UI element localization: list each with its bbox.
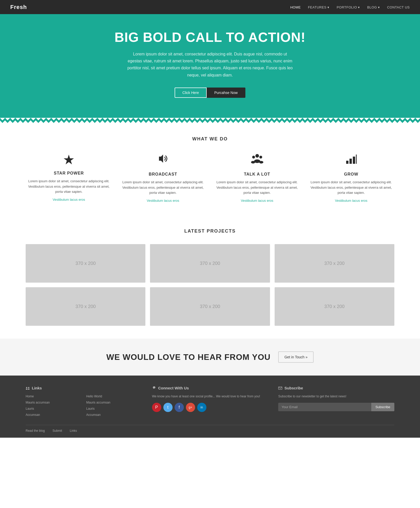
footer-links-cols: Home Hello World Mauris accumsan Mauris … [26, 394, 142, 417]
footer-connect-title: Connect With Us [152, 386, 268, 390]
feature-link-1[interactable]: Vestibulum lacus eros [53, 198, 85, 202]
footer-link-accumsan-1[interactable]: Accumsan [26, 413, 81, 417]
cta-banner: WE WOULD LOVE TO HEAR FROM YOU Get in To… [0, 339, 420, 376]
people-icon [214, 152, 300, 168]
svg-point-4 [251, 161, 255, 164]
cta-heading: WE WOULD LOVE TO HEAR FROM YOU [106, 352, 271, 362]
feature-title-4: GROW [308, 172, 394, 177]
projects-grid: 370 x 200 370 x 200 370 x 200 370 x 200 … [26, 244, 394, 326]
feature-link-3[interactable]: Vestibulum lacus eros [241, 199, 273, 203]
footer-link-mauris-2[interactable]: Mauris accumsan [86, 400, 142, 405]
footer-link-lauris-1[interactable]: Lauris [26, 406, 81, 411]
click-here-button[interactable]: Click Here [175, 88, 207, 98]
project-item-6[interactable]: 370 x 200 [275, 287, 394, 326]
nav-item-blog[interactable]: BLOG [367, 5, 380, 9]
linkedin-icon[interactable]: in [197, 403, 206, 412]
subscribe-form: Subscribe [278, 403, 394, 411]
feature-talk: TALK A LOT Lorem ipsum dolor sit amet, c… [214, 152, 300, 203]
nav-link-contact[interactable]: CONTACT US [387, 5, 410, 9]
feature-link-4[interactable]: Vestibulum lacus eros [335, 199, 367, 203]
hero-body: Lorem ipsum dolor sit amet, consectetur … [127, 51, 293, 79]
footer-link-mauris-1[interactable]: Mauris accumsan [26, 400, 81, 405]
projects-section: LATEST PROJECTS 370 x 200 370 x 200 370 … [0, 216, 420, 339]
svg-point-1 [252, 156, 255, 158]
navbar: Fresh HOME FEATURES PORTFOLIO BLOG CONTA… [0, 0, 420, 14]
subscribe-button[interactable]: Subscribe [371, 403, 394, 411]
nav-item-portfolio[interactable]: PORTFOLIO [337, 5, 360, 9]
footer-grid: Links Home Hello World Mauris accumsan M… [26, 386, 394, 417]
broadcast-icon [120, 152, 206, 168]
svg-rect-7 [349, 159, 352, 164]
footer-subscribe-section: Subscribe Subscribe to our newsletter to… [278, 386, 394, 417]
footer-link-accumsan-2[interactable]: Accumsan [86, 413, 142, 417]
feature-title-1: STAR POWER [26, 171, 112, 176]
footer-links-link[interactable]: Links [70, 429, 77, 433]
email-input[interactable] [278, 403, 371, 411]
twitter-icon[interactable]: t [163, 403, 173, 412]
google-plus-icon[interactable]: g+ [186, 403, 195, 412]
project-item-2[interactable]: 370 x 200 [150, 244, 270, 283]
hero-section: BIG BOLD CALL TO ACTION! Lorem ipsum dol… [0, 14, 420, 118]
features-grid: ★ STAR POWER Lorem ipsum dolor sit amet,… [26, 152, 394, 203]
footer-link-hello-world[interactable]: Hello World [86, 394, 142, 399]
svg-point-0 [255, 154, 259, 158]
nav-item-home[interactable]: HOME [290, 5, 301, 9]
svg-rect-6 [346, 161, 348, 164]
what-we-do-title: WHAT WE DO [26, 136, 394, 142]
facebook-icon[interactable]: f [175, 403, 184, 412]
nav-link-blog[interactable]: BLOG [367, 5, 380, 9]
project-item-4[interactable]: 370 x 200 [26, 287, 145, 326]
feature-link-2[interactable]: Vestibulum lacus eros [147, 199, 179, 203]
feature-body-2: Lorem ipsum dolor sit amet, consectetur … [120, 180, 206, 196]
footer-connect-body: We know you have at least one social pro… [152, 394, 268, 399]
svg-rect-8 [353, 157, 355, 164]
nav-link-features[interactable]: FEATURES [308, 5, 329, 9]
nav-link-home[interactable]: HOME [290, 5, 301, 9]
footer-submit-link[interactable]: Submit [53, 429, 62, 433]
footer-links-section: Links Home Hello World Mauris accumsan M… [26, 386, 142, 417]
footer-link-lauris-2[interactable]: Lauris [86, 406, 142, 411]
project-item-3[interactable]: 370 x 200 [275, 244, 394, 283]
footer-subscribe-title: Subscribe [278, 386, 394, 390]
footer-connect-section: Connect With Us We know you have at leas… [152, 386, 268, 417]
feature-star-power: ★ STAR POWER Lorem ipsum dolor sit amet,… [26, 152, 112, 203]
project-item-5[interactable]: 370 x 200 [150, 287, 270, 326]
hero-heading: BIG BOLD CALL TO ACTION! [51, 30, 369, 45]
pinterest-icon[interactable]: P [152, 403, 161, 412]
get-in-touch-button[interactable]: Get in Touch » [278, 351, 314, 363]
footer-link-home[interactable]: Home [26, 394, 81, 399]
svg-point-10 [26, 387, 27, 388]
feature-title-3: TALK A LOT [214, 172, 300, 177]
subscribe-icon [278, 386, 282, 390]
footer: Links Home Hello World Mauris accumsan M… [0, 376, 420, 438]
svg-point-5 [259, 161, 263, 164]
svg-point-2 [259, 156, 262, 158]
svg-rect-13 [28, 389, 29, 390]
svg-point-11 [28, 387, 29, 388]
feature-body-4: Lorem ipsum dolor sit amet, consectetur … [308, 180, 394, 196]
purchase-now-button[interactable]: Purcahse Now [207, 88, 245, 98]
project-item-1[interactable]: 370 x 200 [26, 244, 145, 283]
feature-title-2: BROADCAST [120, 172, 206, 177]
svg-rect-9 [356, 155, 357, 164]
site-logo[interactable]: Fresh [10, 4, 27, 11]
nav-item-contact[interactable]: CONTACT US [387, 5, 410, 9]
what-we-do-section: WHAT WE DO ★ STAR POWER Lorem ipsum dolo… [0, 118, 420, 216]
feature-body-1: Lorem ipsum dolor sit amet, consectetur … [26, 179, 112, 195]
feature-broadcast: BROADCAST Lorem ipsum dolor sit amet, co… [120, 152, 206, 203]
chart-icon [308, 152, 394, 168]
footer-subscribe-body: Subscribe to our newsletter to get the l… [278, 394, 394, 399]
footer-read-blog-link[interactable]: Read the blog [26, 429, 45, 433]
projects-title: LATEST PROJECTS [26, 228, 394, 234]
social-icons: P t f g+ in [152, 403, 268, 412]
hero-buttons: Click Here Purcahse Now [51, 88, 369, 98]
connect-icon [152, 386, 156, 390]
links-icon [26, 386, 30, 390]
nav-link-portfolio[interactable]: PORTFOLIO [337, 5, 360, 9]
svg-rect-12 [26, 389, 27, 390]
feature-grow: GROW Lorem ipsum dolor sit amet, consect… [308, 152, 394, 203]
star-icon: ★ [26, 152, 112, 167]
nav-links: HOME FEATURES PORTFOLIO BLOG CONTACT US [290, 5, 410, 9]
nav-item-features[interactable]: FEATURES [308, 5, 329, 9]
footer-links-title: Links [26, 386, 142, 390]
